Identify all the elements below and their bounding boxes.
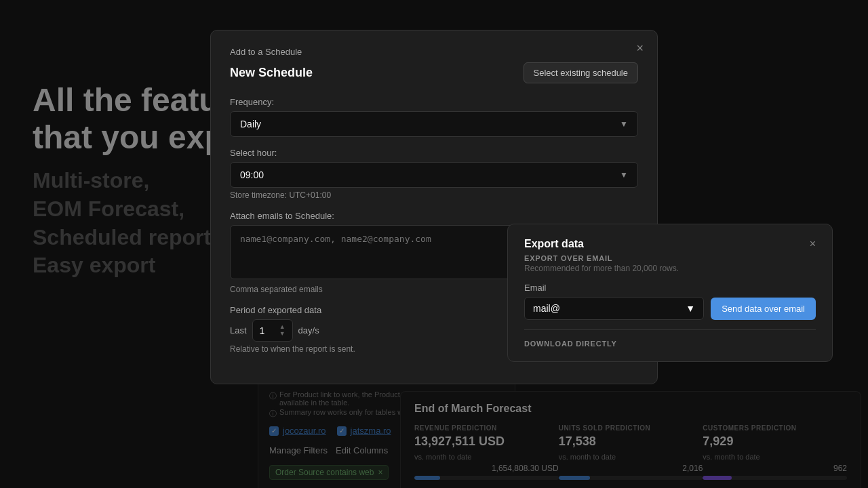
send-data-button[interactable]: Send data over email — [711, 298, 816, 320]
export-popup: Export data × EXPORT OVER EMAIL Recommen… — [507, 224, 833, 362]
export-section-label: EXPORT OVER EMAIL — [524, 254, 816, 262]
select-existing-button[interactable]: Select existing schedule — [524, 62, 638, 83]
hour-value: 09:00 — [240, 169, 264, 180]
hour-field-group: Select hour: 09:00 ▼ Store timezone: UTC… — [230, 148, 638, 200]
timezone-hint: Store timezone: UTC+01:00 — [230, 190, 638, 200]
frequency-field-group: Frequency: Daily ▼ — [230, 97, 638, 137]
modal-title: Add to a Schedule — [230, 47, 638, 57]
export-popup-header: Export data × — [524, 238, 816, 250]
period-input[interactable]: 1 ▲ ▼ — [252, 319, 293, 342]
frequency-select[interactable]: Daily ▼ — [230, 111, 638, 137]
frequency-label: Frequency: — [230, 97, 638, 107]
email-select-value: mail@ — [533, 303, 560, 314]
frequency-value: Daily — [240, 119, 261, 129]
modal-close-icon[interactable]: × — [636, 41, 644, 56]
hour-select[interactable]: 09:00 ▼ — [230, 162, 638, 188]
export-popup-title: Export data — [524, 238, 584, 250]
export-divider — [524, 329, 816, 330]
email-attach-label: Attach emails to Schedule: — [230, 211, 638, 221]
modal-section-title: New Schedule — [230, 66, 313, 80]
stepper-up-icon[interactable]: ▲ — [279, 324, 285, 330]
export-email-label: Email — [524, 283, 816, 293]
hour-arrow-icon: ▼ — [620, 170, 628, 180]
modal-header-row: New Schedule Select existing schedule — [230, 62, 638, 83]
stepper-arrows: ▲ ▼ — [279, 324, 285, 337]
frequency-arrow-icon: ▼ — [620, 119, 628, 129]
period-unit: day/s — [298, 325, 319, 336]
download-label: DOWNLOAD DIRECTLY — [524, 340, 816, 348]
email-select-dropdown[interactable]: mail@ ▼ — [524, 297, 704, 320]
period-value: 1 — [260, 325, 265, 336]
hour-label: Select hour: — [230, 148, 638, 158]
export-section-sub: Recommended for more than 20,000 rows. — [524, 264, 816, 273]
email-select-row: mail@ ▼ Send data over email — [524, 297, 816, 320]
email-select-arrow-icon: ▼ — [686, 303, 695, 314]
stepper-down-icon[interactable]: ▼ — [279, 331, 285, 337]
period-prefix: Last — [230, 325, 247, 336]
export-popup-close-icon[interactable]: × — [810, 238, 816, 250]
